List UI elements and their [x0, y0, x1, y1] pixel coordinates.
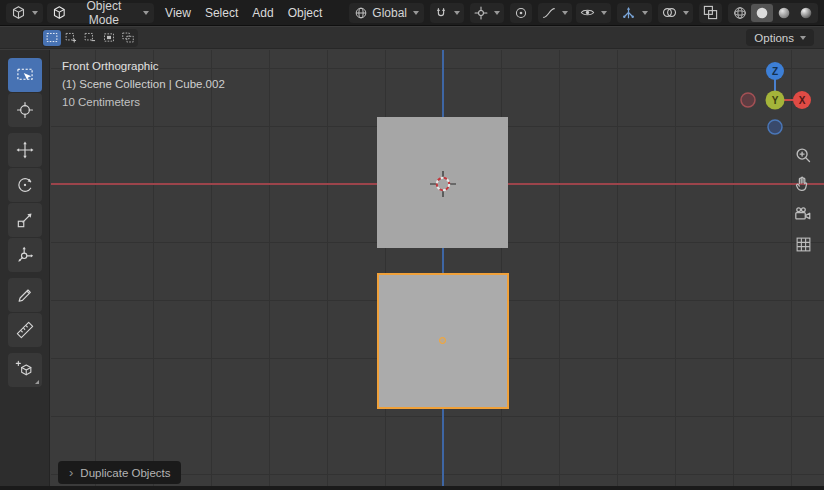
tool-measure[interactable]	[8, 313, 42, 347]
grid-icon	[795, 236, 812, 253]
chevron-right-icon: ›	[69, 465, 73, 480]
globe-icon	[354, 6, 368, 20]
active-object-label: (1) Scene Collection | Cube.002	[62, 75, 225, 93]
origin-dot	[439, 337, 446, 344]
tool-settings-bar: Options	[0, 27, 824, 49]
editor-type-icon	[11, 5, 26, 20]
annotate-pencil-icon	[15, 285, 35, 305]
chevron-down-icon	[32, 11, 38, 15]
axis-y-label: Y	[772, 95, 779, 106]
operator-panel-label: Duplicate Objects	[80, 467, 170, 479]
tool-annotate[interactable]	[8, 278, 42, 312]
cursor-tool-icon	[15, 100, 35, 120]
chevron-down-icon	[562, 11, 568, 15]
shading-mode-group	[728, 3, 818, 23]
magnet-icon	[434, 6, 448, 20]
chevron-down-icon	[143, 11, 149, 15]
axis-x-label: X	[799, 95, 806, 106]
transform-icon	[15, 245, 35, 265]
options-label: Options	[754, 32, 794, 44]
viewport-3d[interactable]: Front Orthographic (1) Scene Collection …	[51, 50, 824, 486]
transform-snap-group: Global	[349, 3, 572, 23]
gizmo-icon	[621, 5, 636, 20]
select-mode-invert-button[interactable]	[100, 30, 118, 46]
proportional-edit-icon	[514, 6, 528, 20]
chevron-down-icon	[413, 11, 419, 15]
visibility-dropdown[interactable]	[576, 3, 611, 23]
shading-solid-button[interactable]	[751, 4, 773, 22]
shading-rendered-button[interactable]	[795, 4, 817, 22]
tool-add-cube[interactable]	[8, 353, 42, 387]
menu-view[interactable]: View	[158, 0, 198, 26]
editor-type-button[interactable]	[6, 3, 43, 23]
chevron-down-icon	[601, 11, 607, 15]
menu-select[interactable]: Select	[198, 0, 245, 26]
select-invert-icon	[102, 31, 116, 44]
falloff-dropdown[interactable]	[538, 3, 572, 23]
view-name-label: Front Orthographic	[62, 57, 225, 75]
navigation-gizmo[interactable]: Z X Y	[735, 60, 815, 140]
wireframe-sphere-icon	[733, 6, 747, 20]
camera-view-button[interactable]	[790, 201, 816, 227]
snap-target-dropdown[interactable]	[470, 3, 504, 23]
tool-select-box[interactable]	[8, 58, 42, 92]
cursor-3d-icon	[429, 170, 457, 198]
select-subtract-icon	[83, 31, 97, 44]
select-mode-set-button[interactable]	[43, 30, 61, 46]
menu-bar: View Select Add Object	[158, 0, 329, 26]
zoom-button[interactable]	[790, 142, 816, 168]
tool-rotate[interactable]	[8, 168, 42, 202]
axis-neg-z-handle[interactable]	[768, 120, 782, 134]
solid-sphere-icon	[755, 6, 769, 20]
axis-neg-x-handle[interactable]	[741, 93, 755, 107]
proportional-edit-toggle[interactable]	[510, 3, 532, 23]
menu-object[interactable]: Object	[281, 0, 330, 26]
select-intersect-icon	[121, 31, 135, 44]
viewport-display-group	[576, 3, 818, 23]
tool-cursor[interactable]	[8, 93, 42, 127]
rendered-sphere-icon	[799, 6, 813, 20]
cube-icon	[52, 5, 67, 20]
select-box-icon	[15, 65, 35, 85]
blender-window: Object Mode View Select Add Object Globa…	[0, 0, 824, 490]
mode-label: Object Mode	[71, 0, 137, 27]
options-dropdown[interactable]: Options	[746, 29, 814, 46]
overlapping-circles-icon	[662, 5, 677, 20]
xray-toggle[interactable]	[699, 3, 722, 23]
scale-icon	[15, 210, 35, 230]
snap-toggle[interactable]	[430, 3, 464, 23]
orientation-dropdown[interactable]: Global	[349, 3, 424, 23]
overlapping-squares-icon	[703, 5, 718, 20]
grid-scale-label: 10 Centimeters	[62, 93, 225, 111]
select-mode-extend-button[interactable]	[62, 30, 80, 46]
tool-move[interactable]	[8, 133, 42, 167]
pan-button[interactable]	[790, 171, 816, 197]
gizmos-dropdown[interactable]	[617, 3, 652, 23]
chevron-down-icon	[494, 11, 500, 15]
camera-icon	[794, 205, 812, 223]
mode-dropdown[interactable]: Object Mode	[47, 3, 154, 23]
axis-z-line	[442, 50, 444, 486]
hand-icon	[794, 175, 812, 193]
operator-panel[interactable]: › Duplicate Objects	[58, 461, 181, 484]
rotate-icon	[15, 175, 35, 195]
shading-material-button[interactable]	[773, 4, 795, 22]
select-set-icon	[45, 31, 59, 44]
view-toggle-button[interactable]	[790, 231, 816, 257]
menu-add[interactable]: Add	[245, 0, 280, 26]
chevron-down-icon	[454, 11, 460, 15]
eye-icon	[580, 5, 595, 20]
tool-scale[interactable]	[8, 203, 42, 237]
status-bar-edge	[0, 486, 824, 490]
falloff-curve-icon	[542, 6, 556, 20]
tool-transform[interactable]	[8, 238, 42, 272]
select-mode-subtract-button[interactable]	[81, 30, 99, 46]
viewport-header: Object Mode View Select Add Object Globa…	[0, 0, 824, 26]
chevron-down-icon	[683, 11, 689, 15]
chevron-down-icon	[800, 36, 806, 40]
select-mode-intersect-button[interactable]	[119, 30, 137, 46]
overlays-dropdown[interactable]	[658, 3, 693, 23]
shading-wireframe-button[interactable]	[729, 4, 751, 22]
chevron-down-icon	[642, 11, 648, 15]
cube-object-selected[interactable]	[377, 273, 509, 409]
